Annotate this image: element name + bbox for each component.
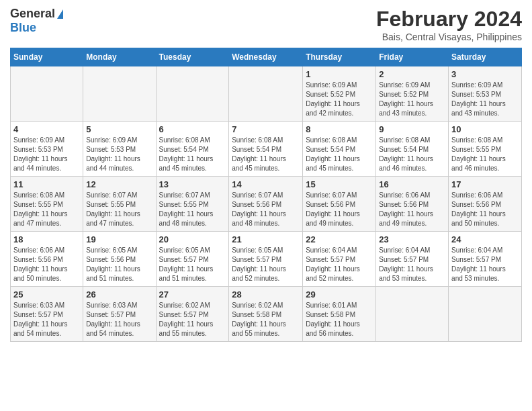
day-info: Sunrise: 6:06 AM Sunset: 5:56 PM Dayligh… xyxy=(451,191,519,228)
calendar-week-row: 18Sunrise: 6:06 AM Sunset: 5:56 PM Dayli… xyxy=(11,232,522,287)
day-info: Sunrise: 6:08 AM Sunset: 5:55 PM Dayligh… xyxy=(13,191,80,228)
day-info: Sunrise: 6:03 AM Sunset: 5:57 PM Dayligh… xyxy=(13,301,80,338)
day-number: 14 xyxy=(232,179,300,189)
calendar-cell: 7Sunrise: 6:08 AM Sunset: 5:54 PM Daylig… xyxy=(229,122,303,177)
title-area: February 2024 Bais, Central Visayas, Phi… xyxy=(376,7,522,42)
calendar-cell: 22Sunrise: 6:04 AM Sunset: 5:57 PM Dayli… xyxy=(303,232,376,287)
calendar-table: SundayMondayTuesdayWednesdayThursdayFrid… xyxy=(10,48,522,342)
day-number: 19 xyxy=(86,234,152,244)
calendar-cell: 24Sunrise: 6:04 AM Sunset: 5:57 PM Dayli… xyxy=(449,232,522,287)
day-info: Sunrise: 6:09 AM Sunset: 5:53 PM Dayligh… xyxy=(451,81,519,118)
day-number: 12 xyxy=(86,179,152,189)
day-number: 6 xyxy=(159,124,226,134)
day-number: 13 xyxy=(159,179,226,189)
day-number: 4 xyxy=(13,124,80,134)
calendar-cell: 15Sunrise: 6:07 AM Sunset: 5:56 PM Dayli… xyxy=(303,177,376,232)
day-info: Sunrise: 6:04 AM Sunset: 5:57 PM Dayligh… xyxy=(451,246,519,283)
day-info: Sunrise: 6:07 AM Sunset: 5:56 PM Dayligh… xyxy=(306,191,373,228)
day-number: 9 xyxy=(379,124,445,134)
day-header-monday: Monday xyxy=(83,48,156,66)
calendar-header-row: SundayMondayTuesdayWednesdayThursdayFrid… xyxy=(11,48,522,66)
calendar-cell: 2Sunrise: 6:09 AM Sunset: 5:52 PM Daylig… xyxy=(376,66,449,122)
calendar-cell: 23Sunrise: 6:04 AM Sunset: 5:57 PM Dayli… xyxy=(376,232,449,287)
day-info: Sunrise: 6:05 AM Sunset: 5:57 PM Dayligh… xyxy=(159,246,226,283)
day-number: 11 xyxy=(13,179,80,189)
day-info: Sunrise: 6:04 AM Sunset: 5:57 PM Dayligh… xyxy=(379,246,445,283)
day-header-wednesday: Wednesday xyxy=(229,48,303,66)
day-number: 21 xyxy=(232,234,300,244)
calendar-cell: 5Sunrise: 6:09 AM Sunset: 5:53 PM Daylig… xyxy=(83,122,156,177)
calendar-cell: 12Sunrise: 6:07 AM Sunset: 5:55 PM Dayli… xyxy=(83,177,156,232)
page-header: General Blue February 2024 Bais, Central… xyxy=(10,7,522,42)
calendar-cell: 28Sunrise: 6:02 AM Sunset: 5:58 PM Dayli… xyxy=(229,287,303,342)
day-header-saturday: Saturday xyxy=(449,48,522,66)
calendar-cell: 21Sunrise: 6:05 AM Sunset: 5:57 PM Dayli… xyxy=(229,232,303,287)
calendar-week-row: 25Sunrise: 6:03 AM Sunset: 5:57 PM Dayli… xyxy=(11,287,522,342)
calendar-cell xyxy=(376,287,449,342)
day-header-tuesday: Tuesday xyxy=(156,48,229,66)
day-number: 1 xyxy=(306,69,373,79)
calendar-cell: 3Sunrise: 6:09 AM Sunset: 5:53 PM Daylig… xyxy=(449,66,522,122)
day-number: 10 xyxy=(451,124,519,134)
logo-icon xyxy=(57,9,63,19)
day-info: Sunrise: 6:09 AM Sunset: 5:52 PM Dayligh… xyxy=(379,81,445,118)
calendar-cell: 18Sunrise: 6:06 AM Sunset: 5:56 PM Dayli… xyxy=(11,232,83,287)
day-number: 26 xyxy=(86,289,152,300)
calendar-cell: 26Sunrise: 6:03 AM Sunset: 5:57 PM Dayli… xyxy=(83,287,156,342)
day-info: Sunrise: 6:09 AM Sunset: 5:53 PM Dayligh… xyxy=(86,136,152,173)
calendar-cell: 6Sunrise: 6:08 AM Sunset: 5:54 PM Daylig… xyxy=(156,122,229,177)
day-number: 29 xyxy=(306,289,373,300)
day-info: Sunrise: 6:05 AM Sunset: 5:56 PM Dayligh… xyxy=(86,246,152,283)
day-info: Sunrise: 6:06 AM Sunset: 5:56 PM Dayligh… xyxy=(13,246,80,283)
day-info: Sunrise: 6:02 AM Sunset: 5:57 PM Dayligh… xyxy=(159,301,226,338)
day-header-thursday: Thursday xyxy=(303,48,376,66)
day-number: 16 xyxy=(379,179,445,189)
location-title: Bais, Central Visayas, Philippines xyxy=(376,32,522,42)
day-info: Sunrise: 6:09 AM Sunset: 5:53 PM Dayligh… xyxy=(13,136,80,173)
day-header-sunday: Sunday xyxy=(11,48,83,66)
calendar-cell: 10Sunrise: 6:08 AM Sunset: 5:55 PM Dayli… xyxy=(449,122,522,177)
day-info: Sunrise: 6:07 AM Sunset: 5:56 PM Dayligh… xyxy=(232,191,300,228)
day-info: Sunrise: 6:04 AM Sunset: 5:57 PM Dayligh… xyxy=(306,246,373,283)
day-info: Sunrise: 6:01 AM Sunset: 5:58 PM Dayligh… xyxy=(306,301,373,338)
day-info: Sunrise: 6:02 AM Sunset: 5:58 PM Dayligh… xyxy=(232,301,300,338)
calendar-cell: 20Sunrise: 6:05 AM Sunset: 5:57 PM Dayli… xyxy=(156,232,229,287)
calendar-cell: 27Sunrise: 6:02 AM Sunset: 5:57 PM Dayli… xyxy=(156,287,229,342)
day-info: Sunrise: 6:03 AM Sunset: 5:57 PM Dayligh… xyxy=(86,301,152,338)
day-number: 28 xyxy=(232,289,300,300)
calendar-cell: 29Sunrise: 6:01 AM Sunset: 5:58 PM Dayli… xyxy=(303,287,376,342)
calendar-cell: 13Sunrise: 6:07 AM Sunset: 5:55 PM Dayli… xyxy=(156,177,229,232)
day-number: 17 xyxy=(451,179,519,189)
day-info: Sunrise: 6:08 AM Sunset: 5:54 PM Dayligh… xyxy=(159,136,226,173)
calendar-cell: 8Sunrise: 6:08 AM Sunset: 5:54 PM Daylig… xyxy=(303,122,376,177)
day-info: Sunrise: 6:05 AM Sunset: 5:57 PM Dayligh… xyxy=(232,246,300,283)
calendar-cell: 14Sunrise: 6:07 AM Sunset: 5:56 PM Dayli… xyxy=(229,177,303,232)
calendar-cell: 25Sunrise: 6:03 AM Sunset: 5:57 PM Dayli… xyxy=(11,287,83,342)
day-number: 3 xyxy=(451,69,519,79)
day-number: 20 xyxy=(159,234,226,244)
day-number: 22 xyxy=(306,234,373,244)
day-number: 8 xyxy=(306,124,373,134)
logo-general: General xyxy=(10,7,55,21)
day-number: 25 xyxy=(13,289,80,300)
calendar-cell: 16Sunrise: 6:06 AM Sunset: 5:56 PM Dayli… xyxy=(376,177,449,232)
calendar-cell: 19Sunrise: 6:05 AM Sunset: 5:56 PM Dayli… xyxy=(83,232,156,287)
calendar-cell xyxy=(229,66,303,122)
day-number: 15 xyxy=(306,179,373,189)
day-info: Sunrise: 6:07 AM Sunset: 5:55 PM Dayligh… xyxy=(159,191,226,228)
day-number: 5 xyxy=(86,124,152,134)
month-title: February 2024 xyxy=(376,7,522,32)
logo: General Blue xyxy=(10,7,63,35)
calendar-week-row: 4Sunrise: 6:09 AM Sunset: 5:53 PM Daylig… xyxy=(11,122,522,177)
day-number: 27 xyxy=(159,289,226,300)
day-info: Sunrise: 6:08 AM Sunset: 5:54 PM Dayligh… xyxy=(232,136,300,173)
day-number: 23 xyxy=(379,234,445,244)
day-number: 18 xyxy=(13,234,80,244)
calendar-cell: 17Sunrise: 6:06 AM Sunset: 5:56 PM Dayli… xyxy=(449,177,522,232)
logo-blue: Blue xyxy=(10,21,36,34)
day-info: Sunrise: 6:06 AM Sunset: 5:56 PM Dayligh… xyxy=(379,191,445,228)
calendar-cell: 1Sunrise: 6:09 AM Sunset: 5:52 PM Daylig… xyxy=(303,66,376,122)
calendar-cell xyxy=(11,66,83,122)
calendar-cell xyxy=(83,66,156,122)
day-header-friday: Friday xyxy=(376,48,449,66)
